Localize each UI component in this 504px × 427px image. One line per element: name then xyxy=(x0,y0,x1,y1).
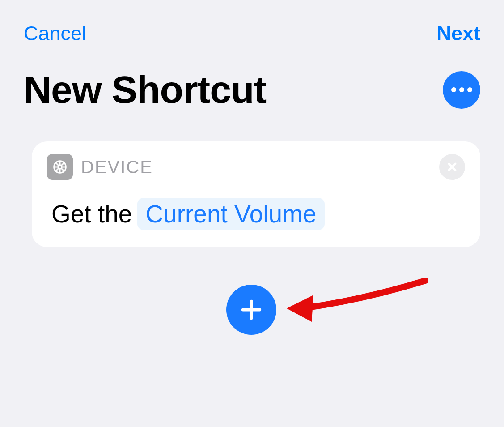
action-card-header: DEVICE xyxy=(47,154,465,180)
action-category-label: DEVICE xyxy=(81,157,153,177)
plus-icon xyxy=(239,297,264,322)
page-title: New Shortcut xyxy=(24,68,266,112)
action-card: DEVICE Get the Current Volume xyxy=(32,141,480,247)
next-button[interactable]: Next xyxy=(436,22,480,45)
ellipsis-icon xyxy=(467,87,472,92)
more-options-button[interactable] xyxy=(443,71,480,109)
action-parameter-chip[interactable]: Current Volume xyxy=(137,198,324,230)
svg-point-1 xyxy=(58,165,62,169)
action-card-header-left: DEVICE xyxy=(47,154,153,180)
close-icon xyxy=(446,161,458,173)
add-action-button[interactable] xyxy=(226,285,276,335)
annotation-arrow xyxy=(282,275,430,333)
svg-line-8 xyxy=(56,168,59,171)
action-prefix-text: Get the xyxy=(51,200,132,228)
svg-line-6 xyxy=(56,163,59,166)
gear-icon xyxy=(47,154,73,180)
ellipsis-icon xyxy=(459,87,464,92)
title-row: New Shortcut xyxy=(0,45,504,112)
svg-line-7 xyxy=(61,168,64,171)
svg-line-9 xyxy=(61,163,64,166)
cancel-button[interactable]: Cancel xyxy=(24,22,86,45)
action-description: Get the Current Volume xyxy=(47,198,465,230)
svg-marker-15 xyxy=(287,295,313,322)
navigation-header: Cancel Next xyxy=(0,0,504,45)
ellipsis-icon xyxy=(451,87,456,92)
remove-action-button[interactable] xyxy=(439,154,465,180)
